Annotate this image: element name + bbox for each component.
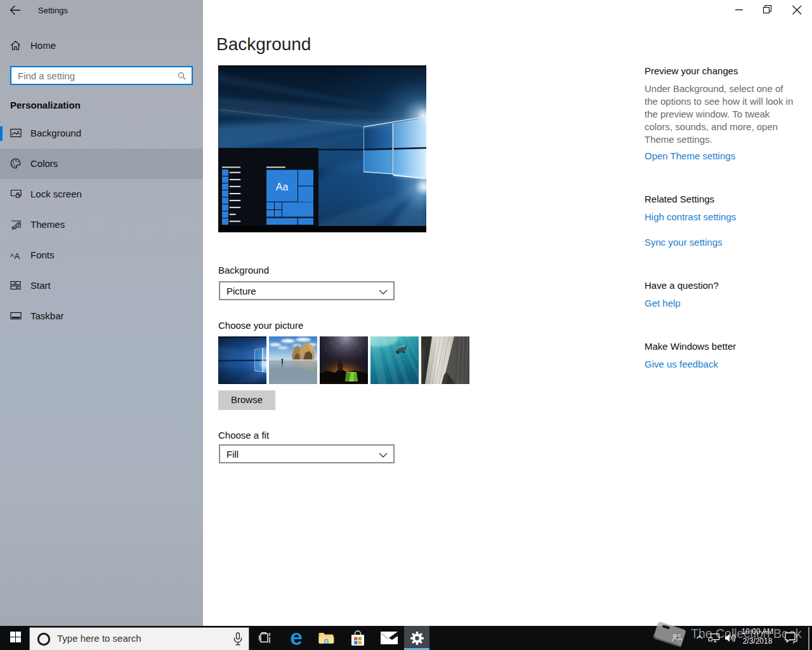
svg-text:A: A bbox=[10, 252, 14, 258]
svg-text:A: A bbox=[15, 251, 20, 261]
